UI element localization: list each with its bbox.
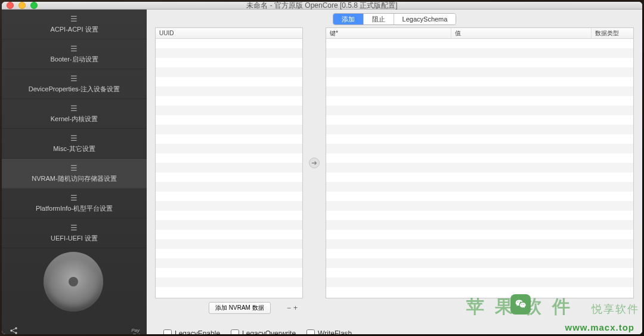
table-row[interactable] (326, 211, 633, 220)
window-body: ☰ ACPI-ACPI 设置 ☰ Booter-启动设置 ☰ DevicePro… (2, 10, 642, 334)
table-row[interactable] (156, 87, 302, 96)
table-row[interactable] (156, 163, 302, 172)
table-row[interactable] (156, 134, 302, 144)
add-nvram-button[interactable]: 添加 NVRAM 数据 (209, 302, 271, 314)
traffic-lights (7, 2, 38, 9)
list-icon: ☰ (70, 44, 78, 53)
table-row[interactable] (326, 144, 633, 153)
sidebar-item-deviceproperties[interactable]: ☰ DeviceProperties-注入设备设置 (2, 69, 147, 99)
check-legacyoverwrite[interactable]: LegacyOverwrite (231, 329, 296, 334)
paypal-label[interactable]: Pay Pal (131, 328, 140, 334)
table-row[interactable] (326, 249, 633, 258)
th-key[interactable]: 键* (326, 28, 451, 38)
table-row[interactable] (156, 67, 302, 77)
table-row[interactable] (156, 106, 302, 115)
checkbox-input[interactable] (231, 329, 239, 334)
table-row[interactable] (326, 39, 633, 48)
table-row[interactable] (156, 211, 302, 220)
table-row[interactable] (326, 87, 633, 96)
table-row[interactable] (326, 172, 633, 182)
table-row[interactable] (156, 220, 302, 230)
tab-legacyschema[interactable]: LegacySchema (394, 14, 456, 24)
table-row[interactable] (156, 96, 302, 106)
table-row[interactable] (326, 96, 633, 106)
table-row[interactable] (326, 201, 633, 211)
table-body[interactable] (326, 39, 633, 298)
sidebar-item-uefi[interactable]: ☰ UEFI-UEFI 设置 (2, 218, 147, 248)
checkbox-input[interactable] (306, 329, 315, 334)
svg-point-0 (10, 329, 12, 331)
table-row[interactable] (156, 230, 302, 239)
table-row[interactable] (326, 67, 633, 77)
table-row[interactable] (326, 163, 633, 172)
list-icon: ☰ (70, 223, 78, 232)
table-row[interactable] (326, 106, 633, 115)
arrow-right-icon[interactable]: ➜ (309, 158, 320, 168)
table-row[interactable] (156, 58, 302, 67)
table-row[interactable] (326, 258, 633, 268)
table-row[interactable] (156, 239, 302, 249)
table-row[interactable] (326, 48, 633, 58)
table-row[interactable] (326, 77, 633, 87)
tab-block[interactable]: 阻止 (364, 14, 394, 24)
sidebar-item-misc[interactable]: ☰ Misc-其它设置 (2, 129, 147, 159)
table-row[interactable] (156, 201, 302, 211)
main-panel: 添加 阻止 LegacySchema UUID ➜ 键* (147, 10, 642, 334)
sidebar-item-label: DeviceProperties-注入设备设置 (29, 85, 120, 94)
table-row[interactable] (326, 125, 633, 134)
sidebar-item-label: Misc-其它设置 (53, 144, 95, 153)
table-row[interactable] (156, 268, 302, 278)
list-icon: ☰ (70, 164, 78, 172)
th-type[interactable]: 数据类型 (592, 28, 633, 38)
table-row[interactable] (156, 249, 302, 258)
dial-icon[interactable] (44, 252, 103, 312)
table-row[interactable] (326, 278, 633, 287)
table-row[interactable] (156, 278, 302, 287)
uuid-table[interactable]: UUID (155, 27, 303, 298)
table-row[interactable] (326, 220, 633, 230)
check-legacyenable[interactable]: LegacyEnable (163, 329, 220, 334)
table-row[interactable] (326, 115, 633, 125)
checkbox-label: LegacyEnable (175, 329, 220, 334)
minus-button[interactable]: − (287, 304, 293, 312)
th-uuid[interactable]: UUID (156, 28, 302, 38)
sidebar-item-kernel[interactable]: ☰ Kernel-内核设置 (2, 99, 147, 129)
table-row[interactable] (156, 258, 302, 268)
table-row[interactable] (156, 192, 302, 201)
kv-table[interactable]: 键* 值 数据类型 (326, 27, 634, 298)
table-row[interactable] (156, 144, 302, 153)
sidebar-item-booter[interactable]: ☰ Booter-启动设置 (2, 39, 147, 69)
sidebar-item-platforminfo[interactable]: ☰ PlatformInfo-机型平台设置 (2, 189, 147, 218)
sidebar-footer: Pay Pal (2, 248, 147, 334)
tab-add[interactable]: 添加 (333, 14, 364, 24)
checkbox-input[interactable] (163, 329, 172, 334)
table-row[interactable] (326, 182, 633, 192)
zoom-icon[interactable] (30, 2, 38, 9)
table-row[interactable] (156, 172, 302, 182)
table-row[interactable] (156, 48, 302, 58)
table-row[interactable] (326, 230, 633, 239)
segmented-control: 添加 阻止 LegacySchema (333, 13, 457, 25)
table-row[interactable] (326, 239, 633, 249)
plus-button[interactable]: + (293, 304, 300, 312)
share-icon[interactable] (9, 326, 18, 334)
table-row[interactable] (326, 153, 633, 163)
th-value[interactable]: 值 (451, 28, 592, 38)
table-row[interactable] (156, 77, 302, 87)
table-row[interactable] (156, 182, 302, 192)
table-row[interactable] (156, 115, 302, 125)
close-icon[interactable] (7, 2, 14, 9)
check-writeflash[interactable]: WriteFlash (306, 329, 352, 334)
window-title: 未命名 - 官方原版 OpenCore [0.5.8 正式版配置] (2, 2, 642, 11)
table-row[interactable] (156, 39, 302, 48)
table-body[interactable] (156, 39, 302, 298)
table-row[interactable] (326, 192, 633, 201)
table-row[interactable] (326, 134, 633, 144)
table-row[interactable] (326, 268, 633, 278)
sidebar-item-nvram[interactable]: ☰ NVRAM-随机访问存储器设置 (2, 159, 147, 189)
table-row[interactable] (156, 153, 302, 163)
minimize-icon[interactable] (18, 2, 26, 9)
table-row[interactable] (156, 125, 302, 134)
table-row[interactable] (326, 58, 633, 67)
sidebar-item-acpi[interactable]: ☰ ACPI-ACPI 设置 (2, 10, 147, 39)
